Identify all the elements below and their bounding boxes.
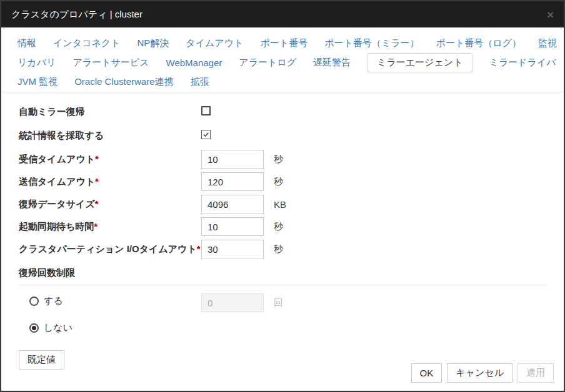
tab-jvm-monitor[interactable]: JVM 監視 [18, 76, 58, 88]
tab-port-number-mirror[interactable]: ポート番号（ミラー） [324, 37, 419, 49]
default-values-button[interactable]: 既定値 [19, 350, 64, 370]
recovery-data-size-row: 復帰データサイズ* KB [19, 195, 546, 213]
dialog-title: クラスタのプロパティ | cluster [11, 9, 142, 21]
startup-sync-wait-unit: 秒 [274, 221, 283, 233]
tab-alert-service[interactable]: アラートサービス [72, 57, 149, 69]
tab-row-2: リカバリ アラートサービス WebManager アラートログ 遅延警告 ミラー… [18, 53, 548, 72]
tab-webmanager[interactable]: WebManager [166, 57, 222, 68]
cluster-partition-io-timeout-row: クラスタパーティション I/Oタイムアウト* 秒 [19, 240, 546, 258]
send-timeout-input[interactable] [201, 172, 264, 191]
tab-recovery[interactable]: リカバリ [18, 57, 56, 69]
collect-statistics-row: 統計情報を採取する [19, 126, 546, 150]
startup-sync-wait-label: 起動同期待ち時間* [19, 217, 201, 233]
required-mark: * [95, 154, 99, 164]
auto-mirror-recovery-checkbox[interactable] [201, 106, 211, 115]
apply-button: 適用 [518, 363, 554, 383]
tab-extension[interactable]: 拡張 [191, 76, 209, 88]
startup-sync-wait-input[interactable] [201, 217, 264, 236]
tab-row-3: JVM 監視 Oracle Clusterware連携 拡張 [18, 72, 548, 92]
required-mark: * [94, 221, 98, 232]
tab-port-number[interactable]: ポート番号 [260, 37, 308, 49]
tab-bar: 情報 インタコネクト NP解決 タイムアウト ポート番号 ポート番号（ミラー） … [1, 27, 564, 92]
required-mark: * [95, 198, 99, 209]
receive-timeout-label: 受信タイムアウト* [19, 150, 201, 166]
tab-monitor[interactable]: 監視 [538, 37, 557, 49]
tab-np-resolution[interactable]: NP解決 [137, 37, 169, 49]
cancel-button[interactable]: キャンセル [447, 363, 512, 383]
recovery-limit-count-input [201, 293, 264, 312]
cluster-partition-io-timeout-unit: 秒 [274, 243, 283, 255]
auto-mirror-recovery-label: 自動ミラー復帰 [19, 102, 201, 119]
auto-mirror-recovery-row: 自動ミラー復帰 [19, 102, 546, 126]
recovery-limit-section-header: 復帰回数制限 [19, 267, 546, 285]
tab-timeout[interactable]: タイムアウト [186, 37, 243, 49]
tab-interconnect[interactable]: インタコネクト [53, 37, 120, 49]
ok-button[interactable]: OK [411, 363, 442, 383]
dialog-footer: OK キャンセル 適用 [411, 363, 554, 383]
required-mark: * [197, 243, 201, 254]
tab-mirror-agent-selected[interactable]: ミラーエージェント [368, 53, 472, 72]
receive-timeout-row: 受信タイムアウト* 秒 [19, 150, 546, 169]
recovery-data-size-unit: KB [274, 199, 286, 210]
send-timeout-unit: 秒 [274, 176, 283, 188]
receive-timeout-unit: 秒 [274, 154, 283, 165]
tab-oracle-clusterware[interactable]: Oracle Clusterware連携 [74, 76, 173, 88]
send-timeout-row: 送信タイムアウト* 秒 [19, 172, 546, 191]
tab-info[interactable]: 情報 [18, 37, 36, 49]
cluster-partition-io-timeout-label: クラスタパーティション I/Oタイムアウト* [19, 240, 201, 256]
recovery-limit-on-radio[interactable] [29, 296, 39, 306]
recovery-data-size-input[interactable] [201, 195, 264, 213]
recovery-limit-off-label[interactable]: しない [44, 322, 72, 334]
close-icon[interactable]: × [547, 9, 554, 21]
mirror-agent-panel: 自動ミラー復帰 統計情報を採取する 受信タイムアウト* 秒 送信 [1, 92, 564, 370]
tab-delay-warning[interactable]: 遅延警告 [313, 57, 351, 69]
receive-timeout-input[interactable] [201, 150, 264, 169]
send-timeout-label: 送信タイムアウト* [19, 172, 201, 189]
tab-alert-log[interactable]: アラートログ [239, 57, 296, 69]
recovery-limit-off-radio[interactable] [29, 323, 39, 333]
tab-port-number-log[interactable]: ポート番号（ログ） [436, 37, 521, 49]
startup-sync-wait-row: 起動同期待ち時間* 秒 [19, 217, 546, 236]
dialog-titlebar: クラスタのプロパティ | cluster × [1, 1, 564, 27]
collect-statistics-checkbox[interactable] [201, 130, 211, 139]
required-mark: * [95, 176, 99, 187]
recovery-limit-count-unit: 回 [274, 297, 283, 309]
recovery-limit-on-label[interactable]: する [44, 295, 63, 307]
cluster-properties-dialog: クラスタのプロパティ | cluster × 情報 インタコネクト NP解決 タ… [0, 0, 565, 392]
recovery-data-size-label: 復帰データサイズ* [19, 195, 201, 211]
collect-statistics-label: 統計情報を採取する [19, 126, 201, 142]
cluster-partition-io-timeout-input[interactable] [201, 240, 264, 258]
recovery-limit-off-row: しない [29, 320, 546, 334]
recovery-limit-on-row: する 回 [29, 293, 546, 312]
tab-mirror-driver[interactable]: ミラードライバ [489, 57, 556, 69]
tab-row-1: 情報 インタコネクト NP解決 タイムアウト ポート番号 ポート番号（ミラー） … [18, 34, 548, 53]
